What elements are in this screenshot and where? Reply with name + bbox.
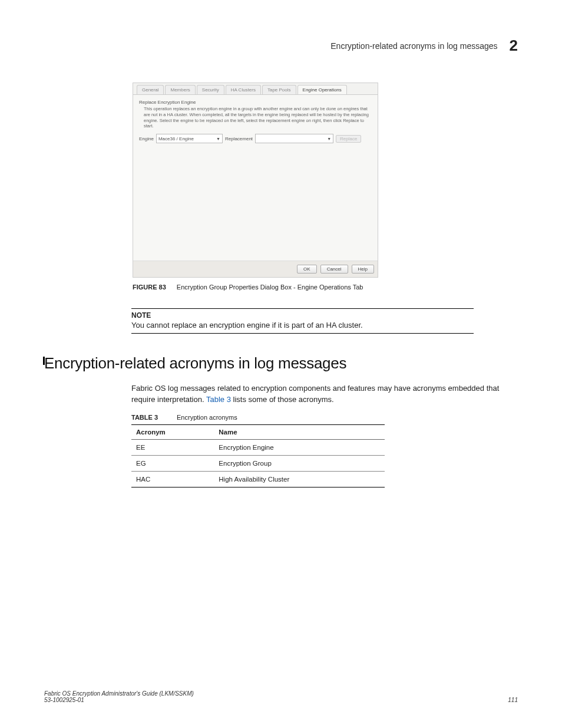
page-header: Encryption-related acronyms in log messa… [330, 37, 518, 55]
header-section-title: Encryption-related acronyms in log messa… [330, 41, 497, 51]
chapter-number: 2 [510, 37, 518, 55]
note-block: NOTE You cannot replace an encryption en… [131, 308, 474, 334]
tab-members[interactable]: Members [165, 85, 195, 94]
section-heading: Encryption-related acronyms in log messa… [44, 354, 518, 373]
chevron-down-icon: ▼ [216, 137, 220, 141]
tab-general[interactable]: General [137, 85, 164, 94]
table-row: EE Encryption Engine [131, 439, 385, 455]
table-label: TABLE 3 [131, 414, 158, 421]
body-paragraph: Fabric OS log messages related to encryp… [131, 383, 518, 406]
cancel-button[interactable]: Cancel [320, 265, 348, 274]
note-label: NOTE [131, 311, 474, 319]
panel-description: This operation replaces an encryption en… [139, 106, 372, 129]
cell-acronym: EE [131, 439, 214, 455]
cell-acronym: EG [131, 455, 214, 471]
empty-panel-area [139, 147, 372, 256]
figure-caption-text: Encryption Group Properties Dialog Box -… [177, 284, 363, 291]
acronym-table-wrap: TABLE 3Encryption acronyms Acronym Name … [131, 414, 385, 487]
table-row: HAC High Availability Cluster [131, 471, 385, 487]
cell-name: Encryption Group [214, 455, 385, 471]
engine-label: Engine [139, 136, 154, 141]
panel-title: Replace Encryption Engine [139, 100, 372, 105]
replace-button[interactable]: Replace [336, 135, 361, 143]
tab-strip: General Members Security HA Clusters Tap… [133, 83, 378, 95]
th-acronym: Acronym [131, 424, 214, 439]
tab-engine-operations[interactable]: Engine Operations [297, 85, 347, 94]
engine-dropdown[interactable]: Mace36 / Engine ▼ [156, 134, 223, 143]
body-text-2: lists some of those acronyms. [231, 395, 334, 404]
ok-button[interactable]: OK [297, 265, 317, 274]
footer-page-number: 111 [508, 697, 518, 703]
engine-dropdown-value: Mace36 / Engine [158, 136, 194, 141]
replacement-label: Replacement [225, 136, 253, 141]
footer-doc-number: 53-1002925-01 [44, 697, 194, 703]
figure-caption: FIGURE 83Encryption Group Properties Dia… [133, 284, 518, 291]
change-bar-icon [43, 357, 45, 365]
table-header-row: Acronym Name [131, 424, 385, 439]
chevron-down-icon: ▼ [327, 137, 331, 141]
figure-label: FIGURE 83 [133, 284, 166, 291]
tab-security[interactable]: Security [197, 85, 224, 94]
help-button[interactable]: Help [352, 265, 374, 274]
cell-acronym: HAC [131, 471, 214, 487]
note-text: You cannot replace an encryption engine … [131, 321, 474, 330]
th-name: Name [214, 424, 385, 439]
page-footer: Fabric OS Encryption Administrator's Gui… [44, 690, 518, 703]
table-row: EG Encryption Group [131, 455, 385, 471]
engine-row: Engine Mace36 / Engine ▼ Replacement ▼ R… [139, 134, 372, 143]
tab-tape-pools[interactable]: Tape Pools [262, 85, 296, 94]
table-caption-text: Encryption acronyms [177, 414, 237, 421]
tab-ha-clusters[interactable]: HA Clusters [226, 85, 261, 94]
replacement-dropdown[interactable]: ▼ [255, 134, 333, 143]
acronym-table: Acronym Name EE Encryption Engine EG Enc… [131, 424, 385, 487]
footer-doc-title: Fabric OS Encryption Administrator's Gui… [44, 690, 194, 697]
dialog-box: General Members Security HA Clusters Tap… [133, 83, 378, 278]
footer-left: Fabric OS Encryption Administrator's Gui… [44, 690, 194, 703]
dialog-button-bar: OK Cancel Help [133, 261, 378, 277]
cell-name: High Availability Cluster [214, 471, 385, 487]
table-cross-reference-link[interactable]: Table 3 [206, 395, 231, 404]
table-caption: TABLE 3Encryption acronyms [131, 414, 385, 421]
panel-body: Replace Encryption Engine This operation… [133, 95, 378, 261]
screenshot-figure: General Members Security HA Clusters Tap… [133, 83, 518, 278]
cell-name: Encryption Engine [214, 439, 385, 455]
